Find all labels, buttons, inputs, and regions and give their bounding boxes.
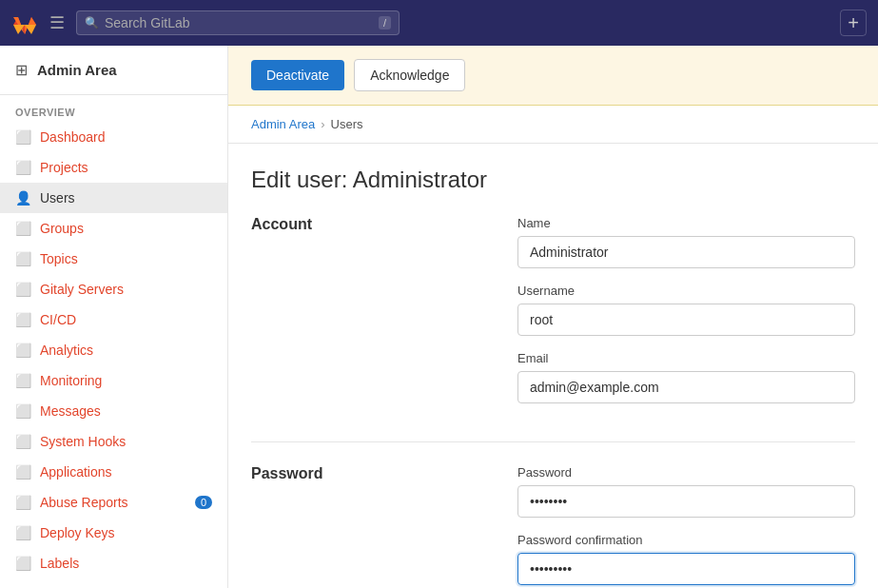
sidebar-item-label: System Hooks (40, 434, 126, 449)
abuse-reports-badge: 0 (195, 496, 212, 509)
gitaly-icon: ⬜ (15, 282, 30, 297)
gitlab-logo (11, 10, 38, 36)
breadcrumb-separator: › (321, 117, 324, 131)
search-input[interactable] (105, 15, 373, 30)
email-label: Email (517, 351, 855, 365)
alert-bar: Deactivate Acknowledge (228, 46, 878, 106)
sidebar-item-label: Messages (40, 403, 101, 419)
password-confirm-label: Password confirmation (517, 533, 855, 547)
page-content: Edit user: Administrator Account Name Us… (228, 144, 878, 588)
users-icon: 👤 (15, 190, 30, 206)
analytics-icon: ⬜ (15, 343, 30, 358)
sidebar-item-projects[interactable]: ⬜ Projects (0, 152, 227, 183)
sidebar-item-label: CI/CD (40, 312, 76, 327)
sidebar-item-label: Topics (40, 251, 78, 266)
sidebar-item-topics[interactable]: ⬜ Topics (0, 244, 227, 274)
sidebar-item-label: Users (40, 190, 75, 206)
sidebar-item-label: Analytics (40, 343, 93, 358)
search-box[interactable]: 🔍 / (76, 10, 400, 35)
sidebar-item-messages[interactable]: ⬜ Messages (0, 396, 227, 426)
groups-icon: ⬜ (15, 221, 30, 236)
sidebar-item-monitoring[interactable]: ⬜ Monitoring (0, 365, 227, 396)
monitoring-icon: ⬜ (15, 373, 30, 388)
sidebar-item-label: Gitaly Servers (40, 282, 124, 297)
password-fields: Password Password confirmation (517, 465, 855, 588)
email-group: Email (517, 351, 855, 403)
account-fields: Name Username Email (517, 216, 855, 419)
password-group: Password (517, 465, 855, 518)
sidebar-item-label: Abuse Reports (40, 495, 128, 510)
abuse-reports-icon: ⬜ (15, 495, 30, 510)
applications-icon: ⬜ (15, 464, 30, 480)
top-navigation: ☰ 🔍 / + (0, 0, 878, 46)
acknowledge-button[interactable]: Acknowledge (354, 59, 465, 91)
sidebar-item-abuse-reports[interactable]: ⬜ Abuse Reports 0 (0, 487, 227, 518)
labels-icon: ⬜ (15, 556, 30, 571)
sidebar-item-applications[interactable]: ⬜ Applications (0, 457, 227, 487)
sidebar-item-gitaly-servers[interactable]: ⬜ Gitaly Servers (0, 274, 227, 304)
page-title: Edit user: Administrator (251, 167, 855, 193)
sidebar-header: ⊞ Admin Area (0, 46, 227, 95)
sidebar-item-label: Applications (40, 464, 112, 480)
password-section-title: Password (251, 465, 479, 588)
sidebar-item-label: Dashboard (40, 129, 106, 145)
overview-section-label: Overview (0, 95, 227, 122)
sidebar-item-labels[interactable]: ⬜ Labels (0, 548, 227, 578)
password-input[interactable] (517, 485, 855, 518)
plus-button[interactable]: + (840, 10, 867, 36)
dashboard-icon: ⬜ (15, 129, 30, 145)
deactivate-button[interactable]: Deactivate (251, 60, 344, 90)
username-input[interactable] (517, 304, 855, 336)
name-input[interactable] (517, 236, 855, 268)
admin-area-icon: ⊞ (15, 61, 28, 79)
sidebar-item-groups[interactable]: ⬜ Groups (0, 213, 227, 244)
password-section: Password Password Password confirmation (251, 465, 855, 588)
sidebar-item-analytics[interactable]: ⬜ Analytics (0, 335, 227, 365)
messages-icon: ⬜ (15, 403, 30, 419)
breadcrumb-parent[interactable]: Admin Area (251, 117, 315, 131)
account-section-title: Account (251, 216, 479, 419)
breadcrumb-current: Users (331, 117, 363, 131)
email-input[interactable] (517, 371, 855, 403)
password-confirm-input[interactable] (517, 553, 855, 585)
breadcrumb: Admin Area › Users (228, 106, 878, 144)
sidebar-item-dashboard[interactable]: ⬜ Dashboard (0, 122, 227, 152)
system-hooks-icon: ⬜ (15, 434, 30, 449)
projects-icon: ⬜ (15, 160, 30, 175)
sidebar-item-label: Labels (40, 556, 79, 571)
search-icon: 🔍 (85, 16, 99, 29)
sidebar-item-label: Groups (40, 221, 84, 236)
slash-badge: / (379, 16, 391, 29)
section-divider (251, 441, 855, 442)
sidebar-item-deploy-keys[interactable]: ⬜ Deploy Keys (0, 518, 227, 548)
sidebar: ⊞ Admin Area Overview ⬜ Dashboard ⬜ Proj… (0, 46, 228, 588)
sidebar-title: Admin Area (37, 62, 117, 78)
password-label: Password (517, 465, 855, 480)
sidebar-item-label: Monitoring (40, 373, 102, 388)
sidebar-item-label: Deploy Keys (40, 525, 115, 540)
account-section: Account Name Username Email (251, 216, 855, 419)
main-content: Deactivate Acknowledge Admin Area › User… (228, 46, 878, 588)
top-nav-right: + (840, 10, 867, 36)
username-group: Username (517, 284, 855, 336)
hamburger-menu[interactable]: ☰ (46, 9, 68, 37)
topics-icon: ⬜ (15, 251, 30, 266)
username-label: Username (517, 284, 855, 298)
sidebar-item-label: Projects (40, 160, 88, 175)
sidebar-item-users[interactable]: 👤 Users (0, 183, 227, 213)
name-group: Name (517, 216, 855, 268)
sidebar-item-cicd[interactable]: ⬜ CI/CD (0, 304, 227, 335)
sidebar-item-system-hooks[interactable]: ⬜ System Hooks (0, 426, 227, 457)
cicd-icon: ⬜ (15, 312, 30, 327)
password-confirm-group: Password confirmation (517, 533, 855, 585)
name-label: Name (517, 216, 855, 230)
deploy-keys-icon: ⬜ (15, 525, 30, 540)
